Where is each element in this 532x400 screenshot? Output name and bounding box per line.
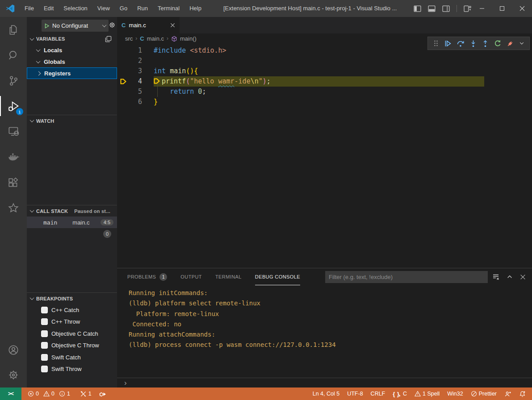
breakpoint-row[interactable]: Swift Catch (27, 351, 117, 363)
call-stack-section-header[interactable]: CALL STACK Paused on st... (27, 205, 117, 217)
menu-run[interactable]: Run (132, 0, 153, 17)
editor-tab-bar: C main.c (117, 17, 532, 33)
checkbox-unchecked[interactable] (41, 318, 48, 325)
checkbox-unchecked[interactable] (41, 330, 48, 337)
breakpoint-gutter[interactable] (120, 87, 129, 97)
console-filter-input[interactable] (325, 271, 488, 283)
variables-row-locals[interactable]: Locals (27, 44, 117, 56)
step-into-icon[interactable] (469, 40, 477, 47)
breadcrumb-symbol[interactable]: main() (180, 35, 197, 42)
code-line: 3int main(){ (117, 66, 532, 76)
toggle-secondary-sidebar-icon[interactable] (442, 5, 450, 12)
accounts-button[interactable] (0, 338, 27, 362)
debug-badge: 1 (16, 108, 23, 115)
disconnect-icon[interactable] (507, 40, 514, 47)
menu-selection[interactable]: Selection (59, 0, 92, 17)
code-line: 4printf("hello wamr-ide\n"); (117, 76, 532, 87)
panel-tab-output[interactable]: OUTPUT (180, 269, 202, 285)
sidebar-item-extensions[interactable] (0, 170, 27, 195)
debug-settings-gear-icon[interactable] (109, 21, 116, 29)
clear-console-icon[interactable] (492, 273, 499, 280)
minimize-button[interactable] (472, 0, 492, 17)
breakpoint-row[interactable]: Swift Throw (27, 363, 117, 375)
breakpoint-row[interactable]: Objective C Throw (27, 340, 117, 352)
formatter-status[interactable]: Prettier (471, 391, 497, 397)
repl-chevron-icon: › (124, 379, 127, 388)
remote-indicator[interactable]: >< (0, 388, 21, 400)
search-icon (8, 50, 19, 61)
panel-tab-debug-console[interactable]: DEBUG CONSOLE (255, 269, 300, 285)
variables-row-globals[interactable]: Globals (27, 56, 117, 67)
stack-frame-row[interactable]: main main.c 4:5 (27, 217, 117, 228)
menu-go[interactable]: Go (115, 0, 132, 17)
platform-status[interactable]: Win32 (447, 391, 463, 397)
panel-actions (492, 268, 526, 285)
settings-button[interactable] (0, 362, 27, 388)
debug-config-dropdown[interactable]: No Configurat (42, 20, 109, 32)
sidebar-item-run-and-debug[interactable]: 1 (0, 93, 27, 119)
step-out-icon[interactable] (482, 40, 489, 47)
debug-console-input-row[interactable]: › (117, 378, 532, 388)
variables-row-registers[interactable]: Registers (27, 67, 117, 79)
restart-icon[interactable] (494, 40, 502, 47)
panel-tab-problems[interactable]: PROBLEMS1 (127, 269, 167, 285)
sidebar-item-search[interactable] (0, 42, 27, 68)
toggle-sidebar-icon[interactable] (414, 5, 421, 12)
menu-edit[interactable]: Edit (39, 0, 59, 17)
breadcrumb-file[interactable]: main.c (147, 35, 164, 42)
thread-row[interactable]: 0 (27, 228, 117, 240)
eol-sequence[interactable]: CRLF (371, 391, 385, 397)
language-mode[interactable]: { } C (393, 391, 407, 397)
sidebar-item-explorer[interactable] (0, 17, 27, 42)
problems-status[interactable]: 0 0 1 (28, 391, 70, 397)
checkbox-unchecked[interactable] (41, 354, 48, 361)
sidebar-item-remote-explorer[interactable] (0, 119, 27, 144)
breakpoint-gutter[interactable] (120, 97, 129, 107)
debug-status[interactable] (99, 391, 106, 397)
continue-icon[interactable] (444, 40, 452, 47)
encoding[interactable]: UTF-8 (347, 391, 363, 397)
customize-layout-icon[interactable] (464, 5, 471, 12)
breakpoint-row[interactable]: C++ Catch (27, 304, 117, 316)
close-button[interactable] (512, 0, 532, 17)
drag-grip-icon[interactable] (433, 40, 439, 47)
chevron-down-icon[interactable] (519, 41, 524, 46)
menu-file[interactable]: File (20, 0, 39, 17)
tab-main-c[interactable]: C main.c (117, 17, 180, 33)
cursor-position[interactable]: Ln 4, Col 5 (313, 391, 339, 397)
menu-help[interactable]: Help (184, 0, 206, 17)
spell-checker-status[interactable]: 1 Spell (415, 391, 440, 397)
step-over-icon[interactable] (457, 40, 465, 47)
breakpoint-row[interactable]: C++ Throw (27, 316, 117, 328)
collapse-all-icon[interactable] (105, 36, 112, 42)
breakpoint-gutter[interactable] (120, 66, 129, 76)
menu-terminal[interactable]: Terminal (153, 0, 184, 17)
watch-section-header[interactable]: WATCH (27, 115, 117, 126)
breadcrumb-folder[interactable]: src (125, 35, 133, 42)
close-tab-icon[interactable] (170, 23, 175, 28)
sidebar-item-docker[interactable] (0, 144, 27, 170)
close-panel-icon[interactable] (520, 274, 526, 280)
checkbox-unchecked[interactable] (41, 342, 48, 349)
maximize-button[interactable] (492, 0, 512, 17)
checkbox-unchecked[interactable] (41, 366, 48, 372)
breakpoints-section-header[interactable]: BREAKPOINTS (27, 292, 117, 304)
breakpoint-gutter[interactable] (120, 56, 129, 66)
sidebar-item-star[interactable] (0, 195, 27, 221)
account-icon (8, 344, 19, 356)
menu-view[interactable]: View (92, 0, 115, 17)
debug-start-icon (99, 391, 106, 397)
current-frame-gutter-arrow-icon[interactable] (120, 76, 129, 87)
variables-section-header[interactable]: VARIABLES (27, 33, 117, 44)
breakpoint-row[interactable]: Objective C Catch (27, 328, 117, 340)
notifications-bell-icon[interactable] (519, 391, 526, 397)
feedback-icon[interactable] (504, 391, 511, 397)
sidebar-item-source-control[interactable] (0, 68, 27, 93)
toggle-panel-icon[interactable] (428, 5, 436, 12)
maximize-panel-icon[interactable] (507, 274, 513, 280)
toolchain-status[interactable]: 1 (80, 391, 92, 397)
checkbox-unchecked[interactable] (41, 307, 48, 313)
breakpoint-gutter[interactable] (120, 46, 129, 56)
code-token: (){ (186, 67, 198, 75)
panel-tab-terminal[interactable]: TERMINAL (215, 269, 242, 285)
